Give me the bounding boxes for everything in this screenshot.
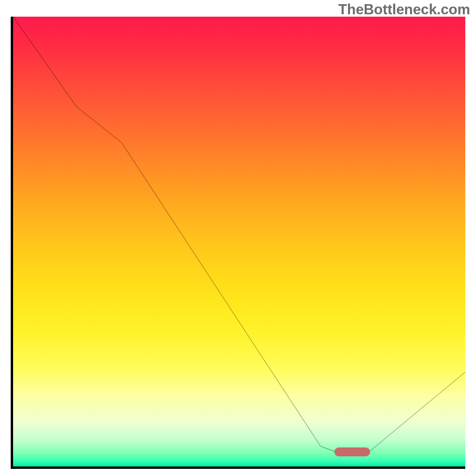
chart-container: TheBottleneck.com [0, 0, 476, 476]
plot-area [11, 17, 465, 469]
watermark-text: TheBottleneck.com [339, 1, 470, 18]
bottleneck-curve [13, 17, 465, 466]
curve-path [13, 17, 465, 453]
optimal-range-marker [334, 447, 371, 456]
